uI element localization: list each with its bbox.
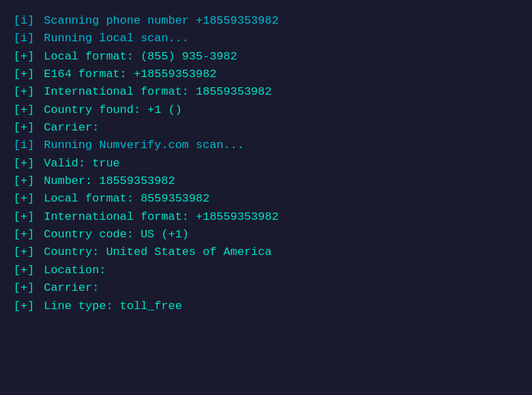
line-text: Country: United States of America (37, 243, 272, 261)
terminal-line: [+] E164 format: +18559353982 (14, 66, 518, 83)
line-prefix: [+] (14, 155, 35, 172)
terminal-line: [+] Local format: (855) 935-3982 (14, 48, 518, 66)
line-prefix: [+] (14, 48, 35, 66)
line-prefix: [+] (14, 226, 35, 243)
line-text: Scanning phone number +18559353982 (37, 12, 279, 30)
terminal-line: [+] International format: +18559353982 (14, 208, 518, 226)
terminal-line: [+] Country code: US (+1) (14, 226, 518, 243)
terminal-line: [+] Country: United States of America (14, 243, 518, 261)
terminal-line: [+] Number: 18559353982 (14, 172, 518, 190)
line-text: Line type: toll_free (37, 298, 182, 315)
line-prefix: [i] (14, 30, 35, 47)
line-prefix: [+] (14, 208, 35, 226)
line-prefix: [+] (14, 66, 35, 83)
line-text: Number: 18559353982 (37, 172, 175, 190)
line-prefix: [i] (14, 137, 35, 154)
line-text: Carrier: (37, 119, 99, 137)
line-text: Location: (37, 262, 106, 279)
terminal-container: [i] Scanning phone number +18559353982[i… (14, 12, 518, 315)
line-text: Valid: true (37, 155, 120, 172)
line-prefix: [+] (14, 190, 35, 208)
line-text: E164 format: +18559353982 (37, 66, 217, 83)
line-text: Local format: 8559353982 (37, 190, 210, 208)
line-text: International format: +18559353982 (37, 208, 279, 226)
terminal-line: [i] Running local scan... (14, 30, 518, 47)
line-prefix: [+] (14, 243, 35, 261)
terminal-line: [+] Line type: toll_free (14, 298, 518, 315)
line-prefix: [+] (14, 279, 35, 297)
line-text: Running local scan... (37, 30, 189, 47)
terminal-line: [+] Local format: 8559353982 (14, 190, 518, 208)
terminal-line: [+] Country found: +1 () (14, 101, 518, 119)
line-text: Local format: (855) 935-3982 (37, 48, 238, 66)
line-text: Running Numverify.com scan... (37, 137, 244, 154)
line-text: Country found: +1 () (37, 101, 182, 119)
line-prefix: [+] (14, 101, 35, 119)
line-prefix: [+] (14, 298, 35, 315)
terminal-line: [+] Valid: true (14, 155, 518, 172)
line-text: International format: 18559353982 (37, 83, 272, 101)
line-prefix: [i] (14, 12, 35, 30)
line-prefix: [+] (14, 83, 35, 101)
terminal-line: [i] Running Numverify.com scan... (14, 137, 518, 154)
line-text: Carrier: (37, 279, 99, 297)
terminal-line: [i] Scanning phone number +18559353982 (14, 12, 518, 30)
line-text: Country code: US (+1) (37, 226, 189, 243)
terminal-line: [+] Carrier: (14, 119, 518, 137)
terminal-line: [+] Location: (14, 262, 518, 279)
line-prefix: [+] (14, 172, 35, 190)
line-prefix: [+] (14, 262, 35, 279)
line-prefix: [+] (14, 119, 35, 137)
terminal-line: [+] International format: 18559353982 (14, 83, 518, 101)
terminal-line: [+] Carrier: (14, 279, 518, 297)
